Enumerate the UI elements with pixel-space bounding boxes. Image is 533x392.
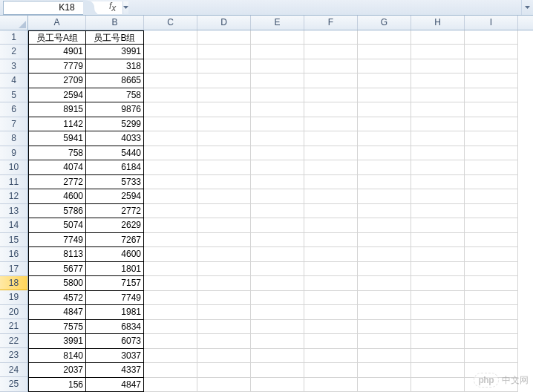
cell-E23[interactable]	[251, 349, 304, 363]
cell-C23[interactable]	[144, 349, 197, 363]
row-header-13[interactable]: 13	[0, 204, 27, 218]
cell-C6[interactable]	[144, 102, 197, 117]
cell-G11[interactable]	[358, 175, 411, 189]
cell-F16[interactable]	[304, 247, 358, 261]
row-header-1[interactable]: 1	[0, 30, 27, 45]
cell-B10[interactable]: 6184	[86, 160, 144, 174]
row-header-19[interactable]: 19	[0, 290, 27, 304]
cell-F17[interactable]	[304, 262, 358, 276]
row-header-23[interactable]: 23	[0, 348, 27, 362]
row-header-11[interactable]: 11	[0, 175, 27, 189]
cell-H24[interactable]	[411, 363, 465, 377]
cell-I17[interactable]	[465, 262, 518, 276]
row-header-20[interactable]: 20	[0, 305, 27, 319]
cell-A3[interactable]: 7779	[28, 59, 86, 74]
cell-B7[interactable]: 5299	[86, 117, 144, 131]
cell-F25[interactable]	[304, 378, 358, 392]
cell-I15[interactable]	[465, 233, 518, 247]
cell-B20[interactable]: 1981	[86, 305, 144, 319]
cell-I21[interactable]	[465, 320, 518, 334]
cell-B12[interactable]: 2594	[86, 189, 144, 203]
row-header-7[interactable]: 7	[0, 117, 27, 131]
cell-G10[interactable]	[358, 160, 411, 174]
cell-H22[interactable]	[411, 334, 465, 348]
cell-F7[interactable]	[304, 117, 358, 131]
cell-G9[interactable]	[358, 146, 411, 160]
cell-A19[interactable]: 4572	[28, 291, 86, 305]
cell-F8[interactable]	[304, 131, 358, 146]
cell-D16[interactable]	[197, 247, 251, 261]
cell-B9[interactable]: 5440	[86, 146, 144, 160]
row-header-3[interactable]: 3	[0, 59, 27, 74]
cell-H19[interactable]	[411, 291, 465, 305]
cell-I9[interactable]	[465, 146, 518, 160]
cell-A14[interactable]: 5074	[28, 218, 86, 232]
cell-B19[interactable]: 7749	[86, 291, 144, 305]
cell-G20[interactable]	[358, 305, 411, 319]
cell-H14[interactable]	[411, 218, 465, 232]
cell-F4[interactable]	[304, 74, 358, 88]
row-header-12[interactable]: 12	[0, 189, 27, 203]
cell-B16[interactable]: 4600	[86, 247, 144, 261]
cell-A12[interactable]: 4600	[28, 189, 86, 203]
row-header-24[interactable]: 24	[0, 363, 27, 377]
cell-H5[interactable]	[411, 88, 465, 102]
cell-C25[interactable]	[144, 378, 197, 392]
cell-G3[interactable]	[358, 59, 411, 74]
cell-C4[interactable]	[144, 74, 197, 88]
cell-B3[interactable]: 318	[86, 59, 144, 74]
cell-F18[interactable]	[304, 276, 358, 290]
cell-D11[interactable]	[197, 175, 251, 189]
cell-H8[interactable]	[411, 131, 465, 146]
cell-C8[interactable]	[144, 131, 197, 146]
cell-B11[interactable]: 5733	[86, 175, 144, 189]
column-header-i[interactable]: I	[465, 16, 518, 30]
cell-F20[interactable]	[304, 305, 358, 319]
cell-E14[interactable]	[251, 218, 304, 232]
cell-A2[interactable]: 4901	[28, 45, 86, 59]
cell-H3[interactable]	[411, 59, 465, 74]
cell-I4[interactable]	[465, 74, 518, 88]
cell-G12[interactable]	[358, 189, 411, 203]
column-header-d[interactable]: D	[197, 16, 251, 30]
cell-A8[interactable]: 5941	[28, 131, 86, 146]
cell-I20[interactable]	[465, 305, 518, 319]
cell-I22[interactable]	[465, 334, 518, 348]
cell-E13[interactable]	[251, 204, 304, 218]
cell-E3[interactable]	[251, 59, 304, 74]
cell-A11[interactable]: 2772	[28, 175, 86, 189]
cell-F10[interactable]	[304, 160, 358, 174]
cell-D8[interactable]	[197, 131, 251, 146]
cell-D6[interactable]	[197, 102, 251, 117]
cell-G18[interactable]	[358, 276, 411, 290]
cell-A7[interactable]: 1142	[28, 117, 86, 131]
cell-G1[interactable]	[358, 30, 411, 45]
cell-H9[interactable]	[411, 146, 465, 160]
cell-E9[interactable]	[251, 146, 304, 160]
row-header-9[interactable]: 9	[0, 146, 27, 160]
cell-H25[interactable]	[411, 378, 465, 392]
cell-A1[interactable]: 员工号A组	[28, 30, 86, 45]
cell-D1[interactable]	[197, 30, 251, 45]
cell-A18[interactable]: 5800	[28, 276, 86, 290]
cell-C3[interactable]	[144, 59, 197, 74]
cell-H15[interactable]	[411, 233, 465, 247]
cell-G16[interactable]	[358, 247, 411, 261]
cell-F5[interactable]	[304, 88, 358, 102]
cell-H23[interactable]	[411, 349, 465, 363]
row-header-14[interactable]: 14	[0, 218, 27, 232]
column-header-g[interactable]: G	[358, 16, 411, 30]
cell-B21[interactable]: 6834	[86, 320, 144, 334]
cell-I12[interactable]	[465, 189, 518, 203]
cell-B14[interactable]: 2629	[86, 218, 144, 232]
cell-D23[interactable]	[197, 349, 251, 363]
cell-I23[interactable]	[465, 349, 518, 363]
cell-I8[interactable]	[465, 131, 518, 146]
cell-C17[interactable]	[144, 262, 197, 276]
cell-C20[interactable]	[144, 305, 197, 319]
cell-E10[interactable]	[251, 160, 304, 174]
cell-I5[interactable]	[465, 88, 518, 102]
cell-H10[interactable]	[411, 160, 465, 174]
cell-B5[interactable]: 758	[86, 88, 144, 102]
cell-G22[interactable]	[358, 334, 411, 348]
